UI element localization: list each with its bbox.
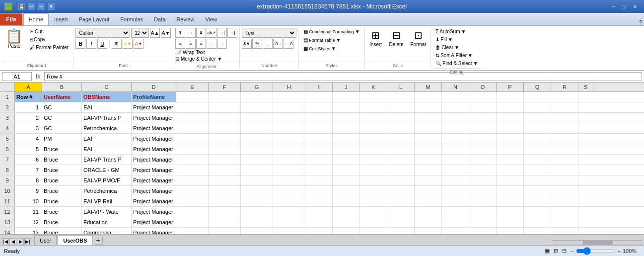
cell-row2-col13[interactable] [442,102,469,112]
cell-row3-col16[interactable] [524,113,551,123]
cell-row12-col2[interactable]: EAI-VP - Wate [82,207,132,217]
tab-home[interactable]: Home [23,13,49,25]
cell-row10-col7[interactable] [273,186,305,196]
col-header-G[interactable]: G [241,83,273,91]
cell-D1[interactable]: ProfileName [132,92,176,102]
horizontal-scrollbar[interactable] [553,240,642,245]
tab-insert[interactable]: Insert [49,13,73,25]
font-size-select[interactable]: 12 [131,28,149,38]
cell-row4-col8[interactable] [305,123,333,133]
cell-row13-col5[interactable] [209,217,241,227]
tab-view[interactable]: View [200,13,222,25]
col-header-Q[interactable]: Q [524,83,551,91]
tab-review[interactable]: Review [171,13,200,25]
cell-row3-col1[interactable]: GC [42,113,82,123]
cell-row12-col13[interactable] [442,207,469,217]
cell-row10-col4[interactable] [176,186,209,196]
sheet-nav-prev[interactable]: ◀ [9,238,16,245]
cell-row5-col17[interactable] [551,134,578,144]
cell-row6-col2[interactable]: EAI [82,144,132,154]
cell-row7-col1[interactable]: Bruce [42,155,82,165]
cell-row8-col17[interactable] [551,165,578,175]
cell-row2-col15[interactable] [497,102,524,112]
col-header-J[interactable]: J [333,83,360,91]
cell-row11-col2[interactable]: EAI-VP Rail [82,196,132,206]
cell-row9-col10[interactable] [360,175,387,185]
cell-row4-col15[interactable] [497,123,524,133]
cell-row4-col14[interactable] [469,123,497,133]
row-number[interactable]: 7 [0,155,15,165]
sort-filter-button[interactable]: ⇅ Sort & Filter ▼ [433,52,475,59]
clear-button[interactable]: 🗑 Clear ▼ [433,44,462,51]
cell-row9-col15[interactable] [497,175,524,185]
cell-row2-col3[interactable]: Project Manager [132,102,176,112]
tab-file[interactable]: File [0,13,22,25]
cell-row6-col13[interactable] [442,144,469,154]
formula-input[interactable] [44,72,642,81]
indent-increase-button[interactable]: →| [217,28,227,38]
col-header-R[interactable]: R [551,83,578,91]
cell-row11-col14[interactable] [469,196,497,206]
zoom-slider[interactable] [576,247,616,255]
cell-row9-col13[interactable] [442,175,469,185]
border-button[interactable]: ⊞ [112,39,122,49]
col-header-E[interactable]: E [176,83,209,91]
cell-row10-col15[interactable] [497,186,524,196]
cell-row12-col5[interactable] [209,207,241,217]
cell-row10-col6[interactable] [241,186,273,196]
cell-row12-col14[interactable] [469,207,497,217]
cell-row3-col8[interactable] [305,113,333,123]
cell-row9-col8[interactable] [305,175,333,185]
cell-row8-col5[interactable] [209,165,241,175]
col-header-N[interactable]: N [442,83,469,91]
cell-row3-col3[interactable]: Project Manager [132,113,176,123]
align-center-button[interactable]: ≡ [186,39,196,49]
cell-row6-col0[interactable]: 5 [15,144,42,154]
cell-row13-col2[interactable]: Education [82,217,132,227]
cell-row12-col8[interactable] [305,207,333,217]
cell-row13-col1[interactable]: Bruce [42,217,82,227]
cell-row2-col2[interactable]: EAI [82,102,132,112]
cell-row9-col7[interactable] [273,175,305,185]
cell-row3-col6[interactable] [241,113,273,123]
cell-row4-col12[interactable] [415,123,442,133]
fill-color-button[interactable]: A▼ [123,39,133,49]
cell-row12-col9[interactable] [333,207,360,217]
cell-row5-col14[interactable] [469,134,497,144]
cell-row2-col9[interactable] [333,102,360,112]
cell-row9-col14[interactable] [469,175,497,185]
row-number[interactable]: 4 [0,123,15,133]
cell-row14-col2[interactable]: Commercial [82,228,132,234]
cell-row6-col5[interactable] [209,144,241,154]
cell-row12-col10[interactable] [360,207,387,217]
tab-data[interactable]: Data [148,13,171,25]
cell-row10-col11[interactable] [387,186,415,196]
cell-G1[interactable] [241,92,273,102]
row-number[interactable]: 6 [0,144,15,154]
cell-row7-col10[interactable] [360,155,387,165]
align-middle-button[interactable]: ↔ [186,28,196,38]
cell-row13-col17[interactable] [551,217,578,227]
cell-row6-col16[interactable] [524,144,551,154]
cell-row2-col7[interactable] [273,102,305,112]
cell-row3-col12[interactable] [415,113,442,123]
cell-row8-col1[interactable]: Bruce [42,165,82,175]
cell-row9-col0[interactable]: 8 [15,175,42,185]
format-as-table-button[interactable]: ▤ Format Table ▼ [301,36,343,44]
cell-row12-col16[interactable] [524,207,551,217]
cell-C1[interactable]: OBSName [82,92,132,102]
cell-row12-col7[interactable] [273,207,305,217]
cell-row9-col3[interactable]: Project Manager [132,175,176,185]
cell-row8-col9[interactable] [333,165,360,175]
cell-row10-col2[interactable]: Petrochemica [82,186,132,196]
row-number[interactable]: 11 [0,196,15,206]
cell-row7-col14[interactable] [469,155,497,165]
cell-row11-col15[interactable] [497,196,524,206]
cell-row12-col4[interactable] [176,207,209,217]
row-number[interactable]: 10 [0,186,15,196]
cell-row6-col6[interactable] [241,144,273,154]
conditional-formatting-button[interactable]: ▦ Conditional Formatting ▼ [301,28,362,35]
cell-row9-col5[interactable] [209,175,241,185]
cell-row11-col6[interactable] [241,196,273,206]
col-header-F[interactable]: F [209,83,241,91]
